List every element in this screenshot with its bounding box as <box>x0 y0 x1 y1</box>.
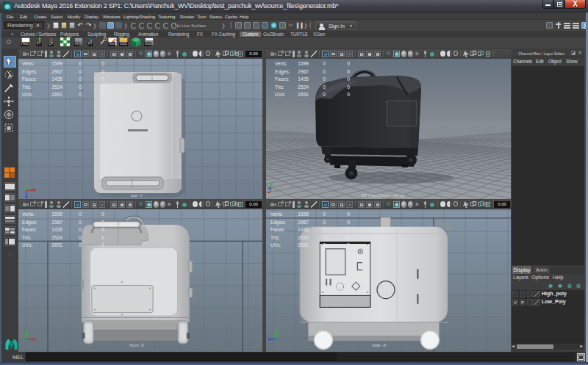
svg-text:Faces:: Faces: <box>270 227 285 232</box>
svg-text:0: 0 <box>79 220 82 225</box>
svg-text:1599: 1599 <box>51 212 62 217</box>
svg-text:0: 0 <box>347 212 350 217</box>
svg-text:0: 0 <box>101 92 104 97</box>
svg-text:0: 0 <box>101 212 104 217</box>
svg-text:0: 0 <box>79 242 82 247</box>
svg-text:0: 0 <box>101 84 104 90</box>
svg-text:2967: 2967 <box>51 69 62 74</box>
svg-text:2691: 2691 <box>298 92 309 97</box>
svg-text:0: 0 <box>101 227 104 232</box>
svg-text:1599: 1599 <box>51 61 62 66</box>
svg-text:UVs:: UVs: <box>275 92 285 97</box>
svg-text:side -X: side -X <box>372 342 386 347</box>
svg-text:0: 0 <box>323 84 326 90</box>
svg-text:2524: 2524 <box>51 84 62 90</box>
svg-text:0: 0 <box>79 212 82 217</box>
svg-text:0: 0 <box>347 69 350 74</box>
svg-text:1599: 1599 <box>298 212 309 217</box>
svg-text:0: 0 <box>101 235 104 240</box>
svg-text:0: 0 <box>101 76 104 82</box>
svg-text:0: 0 <box>323 92 326 97</box>
svg-text:Tris:: Tris: <box>275 84 284 90</box>
svg-text:0: 0 <box>79 76 82 82</box>
svg-text:0: 0 <box>347 76 350 82</box>
svg-text:0: 0 <box>101 220 104 225</box>
svg-text:Faces:: Faces: <box>22 227 37 232</box>
svg-text:2691: 2691 <box>51 242 62 247</box>
svg-text:0: 0 <box>323 212 326 217</box>
svg-text:Edges:: Edges: <box>270 220 286 225</box>
svg-text:Edges:: Edges: <box>275 69 290 75</box>
svg-text:2524: 2524 <box>298 84 309 90</box>
svg-text:0: 0 <box>347 220 350 225</box>
svg-text:0: 0 <box>347 227 350 232</box>
svg-text:0: 0 <box>323 61 326 66</box>
svg-text:Tris:: Tris: <box>22 235 32 240</box>
svg-text:2967: 2967 <box>298 69 309 74</box>
svg-text:0: 0 <box>79 69 82 74</box>
svg-text:0: 0 <box>347 61 350 66</box>
svg-text:top -Y: top -Y <box>131 192 143 198</box>
svg-text:Verts:: Verts: <box>275 61 287 66</box>
svg-text:Faces:: Faces: <box>22 76 37 82</box>
svg-text:Tris:: Tris: <box>22 84 32 90</box>
svg-text:0: 0 <box>101 69 104 74</box>
svg-text:2524: 2524 <box>298 235 309 240</box>
svg-text:UVs:: UVs: <box>270 242 281 247</box>
svg-text:2691: 2691 <box>298 242 309 247</box>
svg-text:2967: 2967 <box>51 220 62 225</box>
svg-text:0: 0 <box>347 235 350 240</box>
svg-text:0: 0 <box>323 76 326 82</box>
svg-text:1599: 1599 <box>298 61 309 66</box>
svg-text:front -Z: front -Z <box>129 342 144 347</box>
svg-text:0: 0 <box>347 92 350 97</box>
svg-text:Tris:: Tris: <box>270 235 280 240</box>
svg-text:0: 0 <box>347 242 350 247</box>
svg-text:0: 0 <box>79 235 82 240</box>
svg-text:Verts:: Verts: <box>22 212 35 217</box>
svg-text:0: 0 <box>101 61 104 66</box>
svg-text:Edges:: Edges: <box>22 220 37 225</box>
svg-text:Verts:: Verts: <box>22 61 35 66</box>
svg-text:UVs:: UVs: <box>22 92 32 97</box>
svg-text:0: 0 <box>101 242 104 247</box>
svg-text:1435: 1435 <box>298 227 309 232</box>
svg-text:0: 0 <box>79 61 82 66</box>
svg-text:2691: 2691 <box>51 92 62 97</box>
svg-text:0: 0 <box>323 227 326 232</box>
svg-text:1435: 1435 <box>298 76 309 82</box>
svg-text:1435: 1435 <box>51 76 62 82</box>
svg-text:0: 0 <box>323 69 326 74</box>
svg-text:Verts:: Verts: <box>270 212 283 217</box>
svg-text:0: 0 <box>79 227 82 232</box>
svg-text:2967: 2967 <box>298 220 309 225</box>
svg-text:0: 0 <box>347 84 350 90</box>
svg-text:Faces:: Faces: <box>275 76 290 82</box>
svg-text:0: 0 <box>79 92 82 97</box>
svg-text:0: 0 <box>79 84 82 90</box>
svg-text:UVs:: UVs: <box>22 242 32 247</box>
svg-text:1435: 1435 <box>51 227 62 232</box>
svg-text:0: 0 <box>323 220 326 225</box>
svg-text:2524: 2524 <box>51 235 62 240</box>
svg-text:0: 0 <box>323 242 326 247</box>
svg-text:2D Pan/Zoom : persp: 2D Pan/Zoom : persp <box>362 192 405 198</box>
svg-text:Edges:: Edges: <box>22 69 37 75</box>
svg-text:0: 0 <box>323 235 326 240</box>
